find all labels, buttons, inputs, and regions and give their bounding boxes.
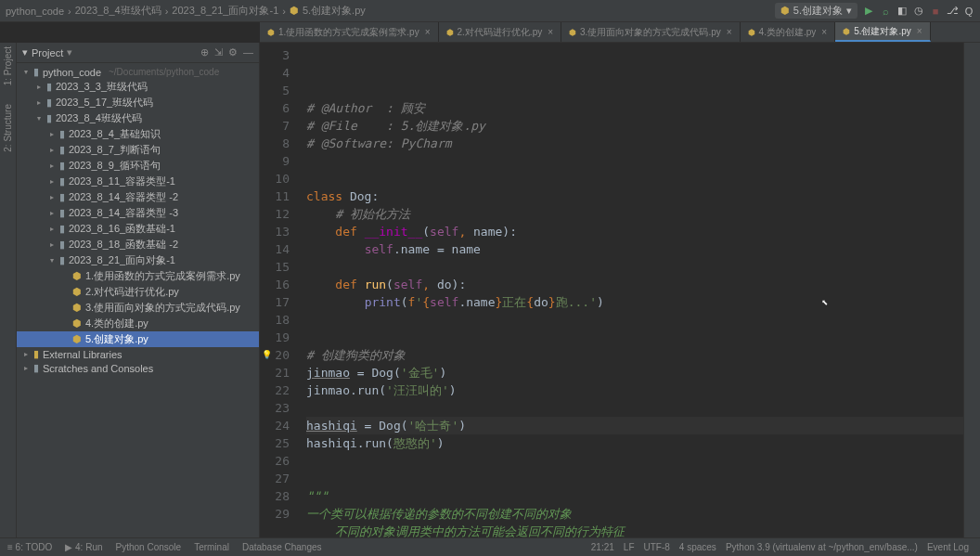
code-line[interactable] bbox=[306, 311, 963, 329]
line-number[interactable]: 6 bbox=[260, 99, 290, 117]
tree-item[interactable]: ▸▮2023_8_14_容器类型 -3 bbox=[17, 205, 259, 221]
warning-icon[interactable]: 💡 bbox=[262, 346, 272, 364]
line-number[interactable]: 25 bbox=[260, 434, 290, 452]
line-number[interactable]: 17 bbox=[260, 293, 290, 311]
close-icon[interactable]: × bbox=[425, 27, 431, 37]
editor-tab[interactable]: ⬢3.使用面向对象的方式完成代码.py× bbox=[561, 22, 741, 42]
tree-arrow-icon[interactable]: ▸ bbox=[48, 162, 56, 170]
tree-arrow-icon[interactable]: ▸ bbox=[35, 98, 43, 107]
coverage-button[interactable]: ◧ bbox=[896, 6, 908, 17]
tree-arrow-icon[interactable]: ▸ bbox=[48, 209, 56, 217]
status-item[interactable]: Python 3.9 (virtualenv at ~/python_env/b… bbox=[726, 542, 918, 552]
line-number[interactable]: 12 bbox=[260, 205, 290, 223]
tree-item[interactable]: ▸▮2023_8_16_函数基础-1 bbox=[17, 221, 259, 237]
line-number[interactable]: 4 bbox=[260, 64, 290, 82]
tool-structure[interactable]: 2: Structure bbox=[3, 104, 13, 152]
line-number[interactable]: 5 bbox=[260, 82, 290, 99]
status-item[interactable]: UTF-8 bbox=[644, 542, 670, 552]
line-number[interactable]: 11 bbox=[260, 187, 290, 205]
bottom-tool-button[interactable]: Python Console bbox=[116, 542, 182, 552]
breadcrumb-item[interactable]: 2023_8_4班级代码 bbox=[75, 4, 161, 18]
debug-button[interactable]: ⌕ bbox=[880, 6, 891, 17]
search-icon[interactable]: Q bbox=[963, 6, 974, 17]
tree-arrow-icon[interactable]: ▸ bbox=[48, 225, 56, 233]
tree-item[interactable]: ▸▮Scratches and Consoles bbox=[17, 361, 259, 375]
chevron-down-icon[interactable]: ▾ bbox=[67, 46, 72, 58]
line-number[interactable]: 9 bbox=[260, 152, 290, 170]
tree-item[interactable]: ⬢3.使用面向对象的方式完成代码.py bbox=[17, 300, 259, 316]
code-line[interactable]: jinmao = Dog('金毛') bbox=[306, 364, 963, 381]
line-number[interactable]: 24 bbox=[260, 417, 290, 434]
tree-item[interactable]: ▸▮2023_8_7_判断语句 bbox=[17, 142, 259, 158]
bottom-tool-button[interactable]: Database Changes bbox=[242, 542, 322, 552]
project-panel-chevron[interactable]: ▾ bbox=[22, 46, 28, 58]
code-line[interactable]: # @File : 5.创建对象.py bbox=[306, 117, 963, 135]
code-line[interactable] bbox=[306, 470, 963, 487]
hide-icon[interactable]: — bbox=[243, 46, 253, 58]
close-icon[interactable]: × bbox=[917, 26, 922, 36]
line-number[interactable]: 7 bbox=[260, 117, 290, 135]
tree-item[interactable]: ▸▮External Libraries bbox=[17, 347, 259, 361]
code-line[interactable] bbox=[306, 329, 963, 346]
code-line[interactable]: # 初始化方法 bbox=[306, 205, 963, 223]
line-number[interactable]: 20💡 bbox=[260, 346, 290, 364]
code-line[interactable] bbox=[306, 170, 963, 187]
tree-item[interactable]: ▾▮2023_8_21_面向对象-1 bbox=[17, 252, 259, 268]
tree-arrow-icon[interactable]: ▸ bbox=[48, 130, 56, 138]
bottom-tool-button[interactable]: Terminal bbox=[194, 542, 229, 552]
code-line[interactable] bbox=[306, 258, 963, 276]
close-icon[interactable]: × bbox=[548, 27, 553, 37]
tool-project[interactable]: 1: Project bbox=[3, 46, 13, 85]
breadcrumb-item[interactable]: python_code bbox=[6, 6, 64, 17]
editor-tab[interactable]: ⬢2.对代码进行优化.py× bbox=[439, 22, 562, 42]
tree-arrow-icon[interactable]: ▸ bbox=[48, 240, 56, 249]
code-line[interactable]: """ bbox=[306, 487, 963, 505]
editor-tab[interactable]: ⬢5.创建对象.py× bbox=[835, 22, 931, 42]
status-item[interactable]: 21:21 bbox=[591, 542, 614, 552]
code-line[interactable]: # @Software: PyCharm bbox=[306, 135, 963, 152]
tree-arrow-icon[interactable]: ▸ bbox=[22, 364, 30, 372]
code-line[interactable] bbox=[306, 452, 963, 470]
stop-button[interactable]: ■ bbox=[930, 6, 941, 17]
code-line[interactable] bbox=[306, 399, 963, 417]
tree-arrow-icon[interactable]: ▸ bbox=[48, 193, 56, 201]
tree-arrow-icon[interactable]: ▸ bbox=[48, 146, 56, 154]
tree-item[interactable]: ▸▮2023_8_18_函数基础 -2 bbox=[17, 237, 259, 252]
code-line[interactable]: 一个类可以根据传递的参数的不同创建不同的对象 bbox=[306, 505, 963, 523]
status-item[interactable]: LF bbox=[624, 542, 635, 552]
tree-item[interactable]: ⬢4.类的创建.py bbox=[17, 316, 259, 331]
line-number[interactable]: 28 bbox=[260, 487, 290, 505]
code-line[interactable]: print(f'{self.name}正在{do}跑...') bbox=[306, 293, 963, 311]
line-number[interactable]: 23 bbox=[260, 399, 290, 417]
tree-arrow-icon[interactable]: ▾ bbox=[48, 256, 56, 265]
line-number[interactable]: 15 bbox=[260, 258, 290, 276]
code-line[interactable]: hashiqi.run(憨憨的') bbox=[306, 434, 963, 452]
breadcrumb-item[interactable]: 2023_8_21_面向对象-1 bbox=[172, 4, 278, 18]
tree-arrow-icon[interactable]: ▾ bbox=[22, 68, 30, 76]
code-editor[interactable]: 34567891011121314151617181920💡2122232425… bbox=[260, 43, 963, 537]
line-number[interactable]: 13 bbox=[260, 223, 290, 240]
line-number[interactable]: 14 bbox=[260, 240, 290, 258]
code-line[interactable] bbox=[306, 152, 963, 170]
tree-item[interactable]: ▾▮python_code~/Documents/python_code bbox=[17, 65, 259, 79]
run-config-selector[interactable]: ⬢ 5.创建对象 ▾ bbox=[775, 3, 858, 19]
collapse-all-icon[interactable]: ⇲ bbox=[214, 46, 223, 58]
tree-arrow-icon[interactable]: ▸ bbox=[48, 177, 56, 186]
code-line[interactable]: class Dog: bbox=[306, 187, 963, 205]
tree-item[interactable]: ▸▮2023_3_3_班级代码 bbox=[17, 79, 259, 95]
tree-item[interactable]: ▸▮2023_5_17_班级代码 bbox=[17, 95, 259, 110]
git-branch-icon[interactable]: ⎇ bbox=[947, 6, 958, 17]
scroll-from-source-icon[interactable]: ⊕ bbox=[200, 46, 209, 58]
line-number[interactable]: 27 bbox=[260, 470, 290, 487]
tree-item[interactable]: ⬢5.创建对象.py bbox=[17, 331, 259, 347]
bottom-tool-button[interactable]: ▶ 4: Run bbox=[65, 542, 102, 552]
close-icon[interactable]: × bbox=[821, 27, 827, 37]
line-number[interactable]: 3 bbox=[260, 46, 290, 64]
tree-item[interactable]: ⬢1.使用函数的方式完成案例需求.py bbox=[17, 268, 259, 284]
code-line[interactable]: jinmao.run('汪汪叫的') bbox=[306, 381, 963, 399]
code-line[interactable]: hashiqi = Dog('哈士奇') bbox=[306, 417, 963, 434]
status-item[interactable]: 4 spaces bbox=[679, 542, 716, 552]
line-number[interactable]: 16 bbox=[260, 276, 290, 293]
line-number[interactable]: 10 bbox=[260, 170, 290, 187]
code-line[interactable]: self.name = name bbox=[306, 240, 963, 258]
